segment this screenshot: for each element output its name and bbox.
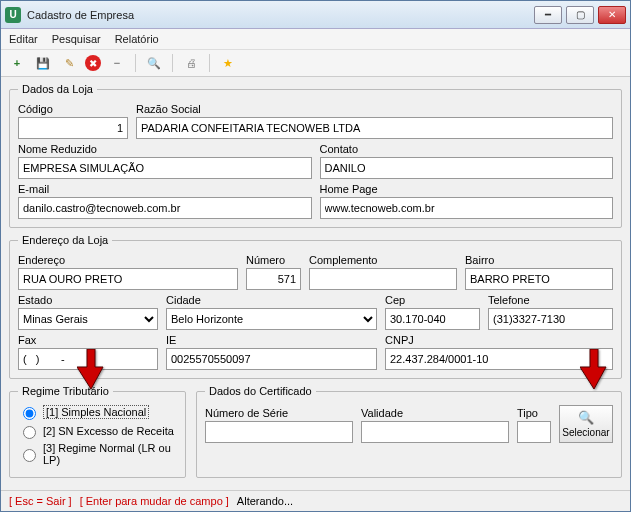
endereco-label: Endereço — [18, 254, 238, 266]
selecionar-button[interactable]: 🔍 Selecionar — [559, 405, 613, 443]
regime-group: Regime Tributário [1] Simples Nacional [… — [9, 385, 186, 478]
dados-loja-legend: Dados da Loja — [18, 83, 97, 95]
telefone-label: Telefone — [488, 294, 613, 306]
dados-loja-group: Dados da Loja Código Razão Social Nome R… — [9, 83, 622, 228]
estado-select[interactable]: Minas Gerais — [18, 308, 158, 330]
regime-legend: Regime Tributário — [18, 385, 113, 397]
cert-tipo-field[interactable] — [517, 421, 551, 443]
codigo-label: Código — [18, 103, 128, 115]
cep-field[interactable] — [385, 308, 480, 330]
nome-reduzido-field[interactable] — [18, 157, 312, 179]
star-icon[interactable]: ★ — [218, 53, 238, 73]
add-icon[interactable]: + — [7, 53, 27, 73]
minus-icon[interactable]: − — [107, 53, 127, 73]
ie-label: IE — [166, 334, 377, 346]
cidade-select[interactable]: Belo Horizonte — [166, 308, 377, 330]
close-button[interactable]: ✕ — [598, 6, 626, 24]
complemento-field[interactable] — [309, 268, 457, 290]
fax-field[interactable] — [18, 348, 158, 370]
estado-label: Estado — [18, 294, 158, 306]
selecionar-label: Selecionar — [562, 427, 609, 438]
window-title: Cadastro de Empresa — [27, 9, 530, 21]
menubar: Editar Pesquisar Relatório — [1, 29, 630, 50]
toolbar-separator — [135, 54, 136, 72]
cnpj-label: CNPJ — [385, 334, 613, 346]
save-icon[interactable]: 💾 — [33, 53, 53, 73]
regime-radio-2[interactable] — [23, 426, 36, 439]
codigo-field[interactable] — [18, 117, 128, 139]
app-icon: U — [5, 7, 21, 23]
bairro-label: Bairro — [465, 254, 613, 266]
regime-opt2-label: [2] SN Excesso de Receita — [43, 425, 174, 437]
endereco-field[interactable] — [18, 268, 238, 290]
regime-radio-3[interactable] — [23, 449, 36, 462]
cert-validade-label: Validade — [361, 407, 509, 419]
cert-tipo-label: Tipo — [517, 407, 551, 419]
certificado-group: Dados do Certificado Número de Série Val… — [196, 385, 622, 478]
cert-numero-label: Número de Série — [205, 407, 353, 419]
razao-label: Razão Social — [136, 103, 613, 115]
titlebar: U Cadastro de Empresa ━ ▢ ✕ — [1, 1, 630, 29]
cep-label: Cep — [385, 294, 480, 306]
toolbar: + 💾 ✎ ✖ − 🔍 🖨 ★ — [1, 50, 630, 77]
certificado-legend: Dados do Certificado — [205, 385, 316, 397]
email-field[interactable] — [18, 197, 312, 219]
homepage-field[interactable] — [320, 197, 614, 219]
regime-opt3[interactable]: [3] Regime Normal (LR ou LP) — [18, 442, 177, 466]
contato-field[interactable] — [320, 157, 614, 179]
regime-opt2[interactable]: [2] SN Excesso de Receita — [18, 423, 177, 439]
endereco-group: Endereço da Loja Endereço Número Complem… — [9, 234, 622, 379]
razao-field[interactable] — [136, 117, 613, 139]
minimize-button[interactable]: ━ — [534, 6, 562, 24]
bairro-field[interactable] — [465, 268, 613, 290]
telefone-field[interactable] — [488, 308, 613, 330]
toolbar-separator — [172, 54, 173, 72]
endereco-legend: Endereço da Loja — [18, 234, 112, 246]
cidade-label: Cidade — [166, 294, 377, 306]
cnpj-field[interactable] — [385, 348, 613, 370]
nome-reduzido-label: Nome Reduzido — [18, 143, 312, 155]
print-icon[interactable]: 🖨 — [181, 53, 201, 73]
regime-opt1[interactable]: [1] Simples Nacional — [18, 404, 177, 420]
regime-opt1-label: [1] Simples Nacional — [43, 405, 149, 419]
edit-icon[interactable]: ✎ — [59, 53, 79, 73]
regime-radio-1[interactable] — [23, 407, 36, 420]
menu-editar[interactable]: Editar — [9, 33, 38, 45]
toolbar-separator — [209, 54, 210, 72]
contato-label: Contato — [320, 143, 614, 155]
regime-opt3-label: [3] Regime Normal (LR ou LP) — [43, 442, 177, 466]
statusbar: [ Esc = Sair ] [ Enter para mudar de cam… — [1, 490, 630, 511]
status-mode: Alterando... — [237, 495, 293, 507]
menu-relatorio[interactable]: Relatório — [115, 33, 159, 45]
cert-validade-field[interactable] — [361, 421, 509, 443]
fax-label: Fax — [18, 334, 158, 346]
magnifier-icon: 🔍 — [578, 410, 594, 425]
status-esc: [ Esc = Sair ] — [9, 495, 72, 507]
status-enter: [ Enter para mudar de campo ] — [80, 495, 229, 507]
cert-numero-field[interactable] — [205, 421, 353, 443]
complemento-label: Complemento — [309, 254, 457, 266]
delete-icon[interactable]: ✖ — [85, 55, 101, 71]
homepage-label: Home Page — [320, 183, 614, 195]
ie-field[interactable] — [166, 348, 377, 370]
email-label: E-mail — [18, 183, 312, 195]
numero-field[interactable] — [246, 268, 301, 290]
maximize-button[interactable]: ▢ — [566, 6, 594, 24]
numero-label: Número — [246, 254, 301, 266]
search-icon[interactable]: 🔍 — [144, 53, 164, 73]
menu-pesquisar[interactable]: Pesquisar — [52, 33, 101, 45]
